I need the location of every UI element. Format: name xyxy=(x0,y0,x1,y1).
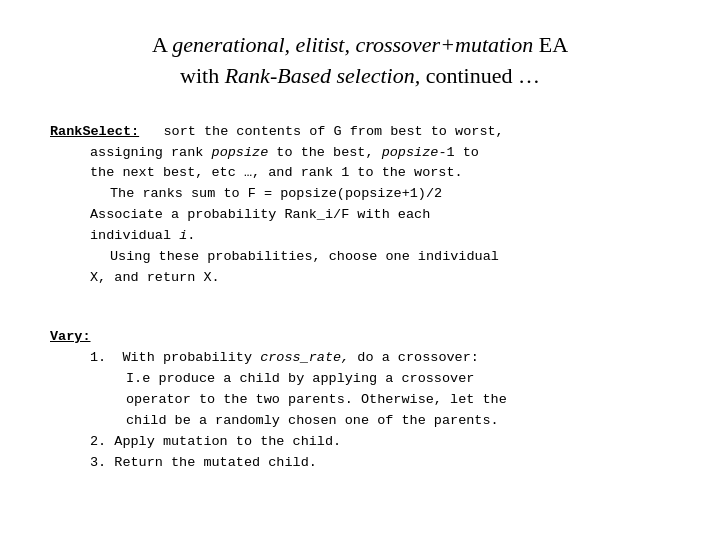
vary-label-text: Vary: xyxy=(50,329,91,344)
rank-select-label: RankSelect: sort the contents of G from … xyxy=(50,122,670,143)
vary-item1-line4: child be a randomly chosen one of the pa… xyxy=(126,411,670,432)
vary-label: Vary: xyxy=(50,327,670,348)
vary-item1: 1. With probability cross_rate, do a cro… xyxy=(90,348,670,369)
rank-select-line8: X, and return X. xyxy=(90,268,670,289)
title-line1: A generational, elitist, crossover+mutat… xyxy=(50,30,670,61)
vary-item1-line2: I.e produce a child by applying a crosso… xyxy=(126,369,670,390)
rank-select-line5: Associate a probability Rank_i/F with ea… xyxy=(90,205,670,226)
rank-select-line6: individual i. xyxy=(90,226,670,247)
rank-select-section: RankSelect: sort the contents of G from … xyxy=(50,122,670,289)
title-block: A generational, elitist, crossover+mutat… xyxy=(50,30,670,92)
rank-select-label-text: RankSelect: xyxy=(50,124,139,139)
rank-select-line3: the next best, etc …, and rank 1 to the … xyxy=(90,163,670,184)
vary-section: Vary: 1. With probability cross_rate, do… xyxy=(50,327,670,473)
vary-item3: 3. Return the mutated child. xyxy=(90,453,670,474)
page: A generational, elitist, crossover+mutat… xyxy=(0,0,720,540)
rank-select-line4: The ranks sum to F = popsize(popsize+1)/… xyxy=(110,184,670,205)
vary-item1-line3: operator to the two parents. Otherwise, … xyxy=(126,390,670,411)
title-line2: with Rank-Based selection, continued … xyxy=(50,61,670,92)
rank-select-line7: Using these probabilities, choose one in… xyxy=(110,247,670,268)
rank-select-line2: assigning rank popsize to the best, pops… xyxy=(90,143,670,164)
vary-item2: 2. Apply mutation to the child. xyxy=(90,432,670,453)
